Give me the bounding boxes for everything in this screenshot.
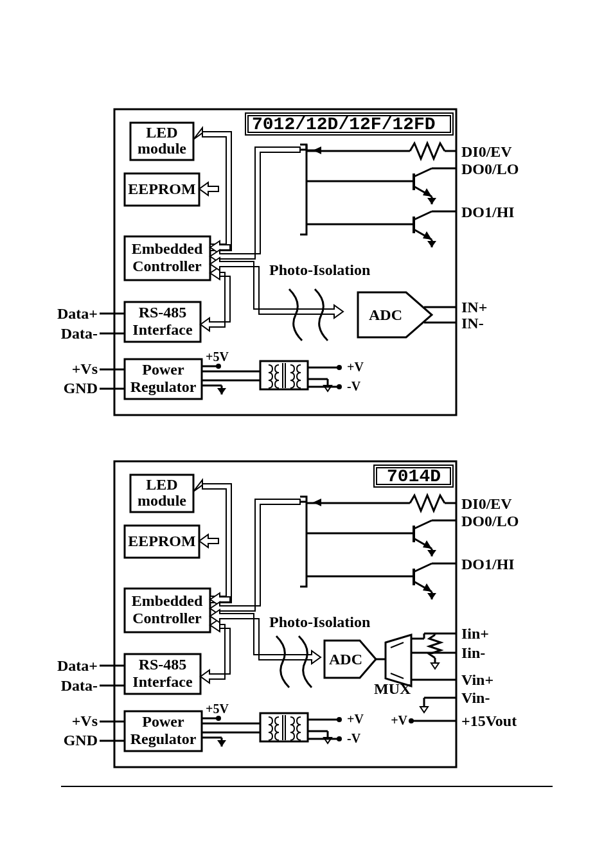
do1-label: DO1/HI (461, 204, 515, 220)
power-label-1: Power (142, 713, 184, 730)
vs-label: +Vs (72, 713, 98, 729)
vp-label: +V (347, 712, 364, 726)
diagrams-svg: 7012/12D/12F/12FD LED module EEPROM Embe… (0, 0, 613, 868)
mux-block (386, 635, 411, 686)
svg-point-100 (337, 717, 342, 722)
svg-point-32 (216, 364, 221, 369)
ground-icon (217, 740, 226, 747)
npn-transistor-icon (306, 563, 456, 599)
iinp-label: Iin+ (461, 625, 489, 642)
p5v-label: +5V (206, 350, 229, 364)
rs485-label-1: RS-485 (139, 656, 187, 673)
adc-label: ADC (329, 651, 362, 668)
adc-label: ADC (369, 306, 402, 323)
eeprom-label: EEPROM (128, 533, 195, 549)
embedded-label-1: Embedded (132, 592, 203, 609)
eeprom-label: EEPROM (128, 181, 195, 197)
svg-marker-12 (313, 146, 321, 154)
diagram-7012: 7012/12D/12F/12FD LED module EEPROM Embe… (57, 109, 519, 415)
vinn-label: Vin- (461, 689, 490, 706)
svg-line-62 (414, 520, 432, 529)
vinp-label: Vin+ (461, 671, 493, 688)
svg-marker-28 (427, 241, 436, 247)
led-label-1: LED (146, 124, 177, 141)
vn-label: -V (347, 379, 361, 393)
embedded-label-1: Embedded (132, 240, 203, 257)
svg-point-44 (337, 384, 342, 389)
svg-line-70 (414, 563, 432, 572)
rs485-label-2: Interface (132, 321, 193, 338)
npn-transistor-icon (306, 211, 456, 247)
photo-label: Photo-Isolation (269, 261, 370, 278)
power-label-2: Regulator (130, 378, 197, 395)
led-label-2: module (138, 140, 186, 157)
svg-line-23 (414, 211, 432, 220)
gnd-label: GND (64, 732, 98, 748)
v15out-label: +15Vout (461, 713, 517, 729)
photo-label: Photo-Isolation (269, 614, 370, 630)
npn-transistor-icon (306, 520, 456, 556)
vplus-label: +V (391, 713, 407, 727)
iinn-label: Iin- (461, 644, 485, 661)
title-label: 7012/12D/12F/12FD (252, 114, 436, 134)
do0-label: DO0/LO (461, 161, 519, 177)
ground-icon (420, 707, 428, 713)
svg-marker-59 (313, 499, 321, 506)
title-label: 7014D (387, 466, 441, 486)
mux-label: MUX (374, 680, 411, 697)
di0-label: DI0/EV (461, 495, 512, 512)
vs-label: +Vs (72, 360, 98, 377)
svg-point-40 (337, 365, 342, 370)
svg-line-15 (414, 168, 432, 177)
svg-point-92 (216, 716, 221, 721)
ground-icon (217, 388, 226, 394)
power-label-2: Regulator (130, 731, 197, 747)
npn-transistor-icon (306, 168, 456, 204)
di0-label: DI0/EV (461, 143, 512, 160)
vp-label: +V (347, 360, 364, 374)
resistor-icon (429, 635, 441, 658)
resistor-icon (410, 143, 445, 159)
data-minus-label: Data- (61, 677, 98, 694)
led-label-2: module (138, 492, 186, 509)
svg-marker-20 (427, 198, 436, 204)
gnd-label: GND (64, 380, 98, 396)
svg-point-104 (337, 736, 342, 741)
power-label-1: Power (142, 361, 184, 378)
ground-icon (431, 663, 439, 669)
svg-point-90 (409, 718, 414, 723)
led-label-1: LED (146, 476, 177, 493)
embedded-label-2: Controller (132, 258, 202, 274)
rs485-label-1: RS-485 (139, 304, 187, 321)
data-plus-label: Data+ (57, 657, 98, 674)
p5v-label: +5V (206, 702, 229, 716)
do1-label: DO1/HI (461, 556, 515, 572)
data-minus-label: Data- (61, 325, 98, 342)
svg-marker-75 (427, 593, 436, 599)
inp-label: IN+ (461, 299, 487, 315)
embedded-label-2: Controller (132, 610, 202, 626)
svg-marker-67 (427, 550, 436, 556)
diagram-7014d: 7014D LED module EEPROM Embedded Control… (57, 461, 519, 767)
rs485-label-2: Interface (132, 673, 193, 690)
inn-label: IN- (461, 315, 484, 332)
resistor-icon (410, 495, 445, 511)
vn-label: -V (347, 731, 361, 745)
do0-label: DO0/LO (461, 513, 519, 529)
data-plus-label: Data+ (57, 305, 98, 322)
